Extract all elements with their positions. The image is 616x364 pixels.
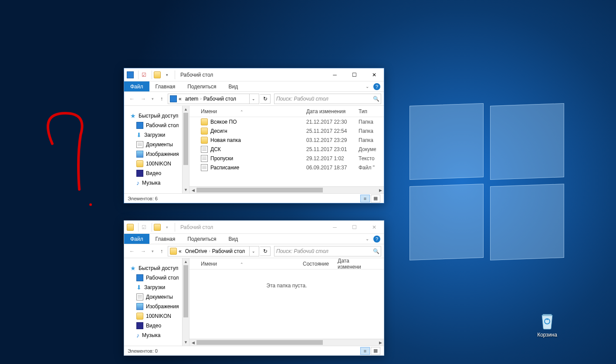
close-button[interactable]: ✕ [364, 221, 384, 233]
nav-desktop[interactable]: Рабочий стол📌 [124, 273, 189, 283]
back-button[interactable]: ← [127, 246, 137, 256]
nav-pictures[interactable]: Изображения📌 [124, 149, 189, 159]
file-name: Расписание [210, 165, 239, 171]
up-button[interactable]: ↑ [156, 246, 167, 256]
recent-dropdown[interactable]: ▾ [149, 94, 156, 104]
file-row[interactable]: Десигн25.11.2017 22:54Папка [190, 126, 384, 135]
nav-label: Рабочий стол [146, 122, 179, 128]
nav-desktop[interactable]: Рабочий стол📌 [124, 121, 189, 130]
nav-label: Видео [146, 323, 161, 329]
forward-button[interactable]: → [138, 246, 149, 256]
file-row[interactable]: Расписание06.09.2017 18:37Файл " [190, 163, 384, 172]
up-button[interactable]: ↑ [156, 94, 167, 104]
icons-view-toggle[interactable]: ▦ [371, 195, 380, 202]
breadcrumb-part-2[interactable]: Рабочий стол [210, 248, 247, 254]
column-date[interactable]: Дата изменени [333, 258, 377, 270]
recent-dropdown[interactable]: ▾ [149, 246, 156, 256]
tab-home[interactable]: Главная [149, 81, 182, 91]
breadcrumb-prefix[interactable]: « [177, 96, 183, 102]
nav-pictures[interactable]: Изображения📌 [124, 302, 189, 311]
expand-ribbon-icon[interactable]: ⌄ [366, 236, 369, 241]
nav-downloads[interactable]: ⬇Загрузки📌 [124, 283, 189, 292]
nav-music[interactable]: ♪Музыка [124, 330, 189, 340]
qat-folder-icon[interactable] [154, 224, 161, 231]
nav-music[interactable]: ♪Музыка [124, 178, 189, 188]
minimize-button[interactable]: ─ [325, 221, 345, 233]
breadcrumb-prefix[interactable]: « [177, 248, 183, 254]
nav-scrollbar[interactable]: ▲ ▼ [182, 106, 189, 193]
folder-app-icon [127, 224, 134, 231]
details-view-toggle[interactable]: ≡ [360, 347, 370, 355]
nav-downloads[interactable]: ⬇Загрузки📌 [124, 130, 189, 140]
column-name[interactable]: Имени ⌃ [190, 108, 302, 115]
nav-scrollbar[interactable]: ▲ ▼ [182, 258, 189, 346]
tab-file[interactable]: Файл [124, 234, 149, 244]
icons-view-toggle[interactable]: ▦ [371, 347, 380, 355]
search-input[interactable] [276, 94, 371, 104]
titlebar[interactable]: ☑ ▾ Рабочий стол ─ ☐ ✕ [124, 221, 384, 234]
tab-view[interactable]: Вид [222, 234, 244, 244]
file-list[interactable]: Эта папка пуста. [190, 270, 384, 339]
file-row[interactable]: Всякое ПО21.12.2017 22:30Папка [190, 117, 384, 126]
qat-properties-icon[interactable]: ☑ [140, 71, 147, 78]
nav-label: Быстрый доступ [139, 265, 178, 271]
qat-dropdown-icon[interactable]: ▾ [163, 71, 170, 78]
tab-share[interactable]: Поделиться [181, 81, 222, 91]
address-dropdown-icon[interactable]: ⌄ [249, 246, 257, 256]
nav-label: Изображения [146, 303, 179, 310]
search-icon[interactable]: 🔍 [371, 96, 381, 102]
search-input[interactable] [276, 246, 371, 256]
nav-quick-access[interactable]: ★Быстрый доступ [124, 111, 189, 121]
search-icon[interactable]: 🔍 [371, 248, 381, 254]
horizontal-scrollbar[interactable]: ◀▶ [190, 339, 384, 346]
column-type[interactable]: Тип [354, 108, 376, 115]
qat-properties-icon[interactable]: ☑ [140, 224, 147, 231]
navigation-pane: ★Быстрый доступ Рабочий стол📌 ⬇Загрузки📌… [124, 106, 190, 193]
maximize-button[interactable]: ☐ [345, 221, 364, 233]
help-icon[interactable]: ? [373, 236, 380, 243]
horizontal-scrollbar[interactable]: ◀▶ [190, 186, 384, 193]
nav-video[interactable]: Видео [124, 169, 189, 178]
column-name[interactable]: Имени ⌃ [190, 261, 298, 267]
breadcrumb-part-1[interactable]: OneDrive [183, 248, 209, 254]
maximize-button[interactable]: ☐ [345, 68, 364, 81]
file-name: Пропуски [210, 155, 233, 162]
refresh-button[interactable]: ↻ [260, 246, 271, 256]
nav-documents[interactable]: Документы📌 [124, 140, 189, 149]
forward-button[interactable]: → [138, 94, 149, 104]
file-row[interactable]: ДСК25.11.2017 23:01Докуме [190, 145, 384, 154]
file-list[interactable]: Всякое ПО21.12.2017 22:30ПапкаДесигн25.1… [190, 117, 384, 186]
address-dropdown-icon[interactable]: ⌄ [249, 94, 257, 104]
search-box[interactable]: 🔍 [274, 94, 381, 104]
breadcrumb-part-2[interactable]: Рабочий стол [202, 96, 238, 102]
search-box[interactable]: 🔍 [274, 246, 381, 256]
details-view-toggle[interactable]: ≡ [360, 195, 370, 202]
folder-icon [201, 137, 208, 144]
nav-100nikon[interactable]: 100NIKON [124, 311, 189, 321]
nav-documents[interactable]: Документы📌 [124, 292, 189, 302]
tab-file[interactable]: Файл [124, 81, 149, 91]
nav-100nikon[interactable]: 100NIKON [124, 159, 189, 169]
column-date[interactable]: Дата изменения [302, 108, 354, 115]
refresh-button[interactable]: ↻ [260, 94, 271, 104]
nav-video[interactable]: Видео [124, 321, 189, 330]
file-row[interactable]: Новая папка03.12.2017 23:29Папка [190, 135, 384, 145]
titlebar[interactable]: ☑ ▾ Рабочий стол ─ ☐ ✕ [124, 68, 384, 81]
back-button[interactable]: ← [127, 94, 137, 104]
file-row[interactable]: Пропуски29.12.2017 1:02Тексто [190, 154, 384, 163]
tab-home[interactable]: Главная [149, 234, 182, 244]
qat-folder-icon[interactable] [154, 71, 161, 78]
address-bar[interactable]: « artem › Рабочий стол ⌄ [168, 94, 259, 104]
recycle-bin-icon[interactable]: Корзина [531, 310, 564, 338]
minimize-button[interactable]: ─ [325, 68, 345, 81]
column-state[interactable]: Состояние [298, 261, 333, 267]
help-icon[interactable]: ? [373, 83, 380, 90]
breadcrumb-part-1[interactable]: artem [183, 96, 200, 102]
close-button[interactable]: ✕ [364, 68, 384, 81]
tab-view[interactable]: Вид [222, 81, 244, 91]
expand-ribbon-icon[interactable]: ⌄ [366, 84, 369, 89]
address-bar[interactable]: « OneDrive › Рабочий стол ⌄ [168, 246, 259, 256]
tab-share[interactable]: Поделиться [181, 234, 222, 244]
nav-quick-access[interactable]: ★Быстрый доступ [124, 263, 189, 273]
qat-dropdown-icon[interactable]: ▾ [163, 224, 170, 231]
